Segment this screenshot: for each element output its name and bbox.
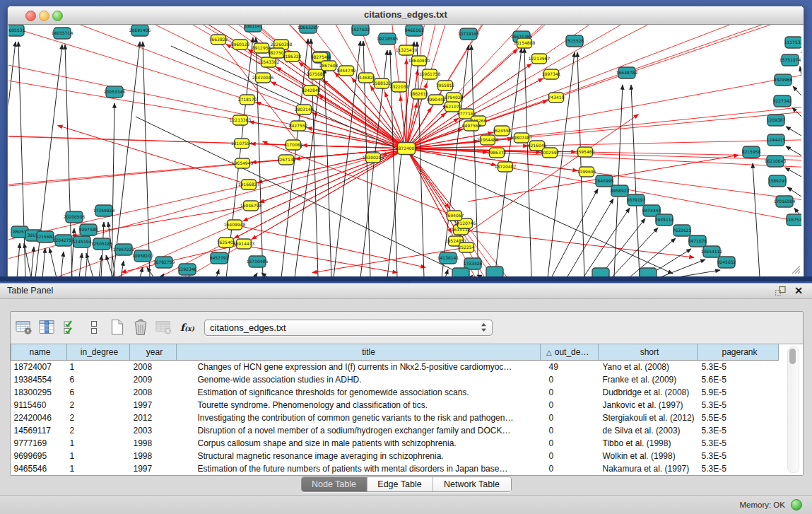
graph-node[interactable]: 18640910 bbox=[408, 56, 430, 66]
graph-node[interactable]: 8322037 bbox=[390, 82, 409, 92]
table-row[interactable]: 977716911998Corpus callosum shape and si… bbox=[11, 437, 779, 450]
function-builder-button[interactable]: f(x) bbox=[178, 318, 196, 337]
table-cell[interactable]: 1998 bbox=[130, 437, 177, 450]
graph-node[interactable]: 3675685 bbox=[307, 69, 326, 79]
graph-node[interactable]: 19166827 bbox=[238, 180, 260, 189]
graph-node[interactable]: 19218586 bbox=[377, 33, 399, 45]
graph-node[interactable]: 6497568 bbox=[462, 121, 481, 131]
table-cell[interactable]: Franke et al. (2009) bbox=[599, 373, 698, 386]
table-cell[interactable]: 5.3E-5 bbox=[698, 424, 779, 437]
table-cell[interactable]: 0 bbox=[541, 462, 599, 475]
table-cell[interactable]: 9115460 bbox=[11, 399, 67, 411]
graph-node[interactable]: 1215682 bbox=[36, 231, 55, 243]
graph-node[interactable]: 1209387 bbox=[767, 115, 786, 126]
table-cell[interactable]: 0 bbox=[541, 373, 599, 386]
table-cell[interactable]: de Silva et al. (2003) bbox=[599, 424, 698, 437]
table-cell[interactable]: 2 bbox=[67, 399, 130, 411]
graph-node[interactable]: 8215958 bbox=[742, 146, 761, 158]
graph-node[interactable]: 16648784 bbox=[616, 67, 638, 78]
graph-node[interactable]: 19654943 bbox=[232, 158, 254, 168]
table-cell[interactable]: 19384554 bbox=[11, 373, 67, 386]
table-cell[interactable]: Investigating the contribution of common… bbox=[177, 411, 541, 424]
table-cell[interactable]: 1 bbox=[67, 361, 130, 374]
table-cell[interactable]: Corpus callosum shape and size in male p… bbox=[177, 437, 541, 450]
table-cell[interactable]: 5.5E-5 bbox=[698, 411, 779, 424]
graph-node[interactable]: 10653287 bbox=[298, 25, 319, 33]
graph-node[interactable]: 8605531 bbox=[8, 25, 25, 36]
float-panel-icon[interactable] bbox=[775, 286, 787, 296]
column-header-pagerank[interactable]: pagerank bbox=[698, 344, 779, 361]
graph-node[interactable]: 7515526 bbox=[565, 35, 584, 47]
graph-node[interactable]: 10807487 bbox=[511, 133, 533, 143]
graph-node[interactable]: 12213967 bbox=[529, 54, 551, 64]
graph-node[interactable]: 18107554 bbox=[231, 139, 253, 148]
column-header-year[interactable]: year bbox=[130, 344, 177, 361]
memory-status-indicator[interactable] bbox=[791, 499, 802, 510]
graph-node[interactable]: 16914473 bbox=[233, 239, 255, 249]
table-cell[interactable]: 0 bbox=[541, 437, 599, 450]
table-cell[interactable]: 9465546 bbox=[11, 462, 67, 475]
table-cell[interactable]: 2008 bbox=[130, 361, 177, 374]
graph-node[interactable]: 2935114 bbox=[655, 214, 674, 226]
graph-node[interactable]: 1589293 bbox=[768, 175, 787, 187]
tab-node-table[interactable]: Node Table bbox=[302, 477, 367, 491]
graph-node[interactable]: 9466161 bbox=[405, 25, 424, 36]
table-settings-button[interactable] bbox=[15, 318, 33, 337]
vertical-scrollbar[interactable] bbox=[787, 346, 799, 473]
graph-node[interactable]: 1595460 bbox=[576, 147, 595, 157]
tab-edge-table[interactable]: Edge Table bbox=[367, 477, 433, 491]
close-panel-icon[interactable]: ✕ bbox=[794, 286, 803, 296]
column-header-title[interactable]: title bbox=[177, 344, 541, 361]
graph-node[interactable]: 14136141 bbox=[437, 252, 459, 264]
table-cell[interactable]: 9699695 bbox=[11, 450, 67, 462]
graph-node[interactable]: 17359928 bbox=[93, 205, 115, 216]
table-row[interactable]: 2242004622012Investigating the contribut… bbox=[11, 411, 779, 424]
graph-node[interactable]: 4170064 bbox=[284, 140, 303, 150]
graph-node[interactable]: 1640995 bbox=[595, 175, 614, 187]
table-cell[interactable]: 18300295 bbox=[11, 386, 67, 399]
graph-node[interactable]: 2083141 bbox=[244, 25, 263, 32]
table-cell[interactable]: Tourette syndrome. Phenomenology and cla… bbox=[177, 399, 541, 411]
table-cell[interactable]: Disruption of a novel member of a sodium… bbox=[177, 424, 541, 437]
graph-node[interactable]: 1527602 bbox=[351, 25, 370, 35]
graph-node[interactable]: 1292346 bbox=[178, 264, 197, 275]
graph-node[interactable] bbox=[486, 267, 503, 276]
graph-node[interactable]: 7955812 bbox=[436, 81, 455, 90]
graph-node[interactable]: 11325419 bbox=[396, 45, 418, 55]
node-table-scrollpane[interactable]: namein_degreeyeartitle△out_de…shortpager… bbox=[11, 344, 803, 475]
table-cell[interactable]: 1998 bbox=[130, 450, 177, 462]
graph-node[interactable]: 16046798 bbox=[240, 201, 262, 211]
table-cell[interactable]: Nakamura et al. (1997) bbox=[599, 462, 698, 475]
graph-node[interactable]: 18724007 bbox=[396, 143, 418, 155]
graph-node[interactable]: 8958923 bbox=[611, 185, 630, 197]
delete-rows-button[interactable] bbox=[131, 318, 150, 337]
graph-node[interactable]: 6794028 bbox=[445, 93, 464, 103]
table-cell[interactable]: 1997 bbox=[130, 399, 177, 411]
table-cell[interactable]: Changes of HCN gene expression and I(f) … bbox=[177, 361, 541, 374]
graph-node[interactable]: 20364486 bbox=[477, 135, 499, 145]
graph-node[interactable]: 7663822 bbox=[209, 35, 228, 45]
graph-node[interactable]: 20691406 bbox=[129, 25, 151, 36]
graph-node[interactable]: 1117533 bbox=[784, 37, 801, 48]
splitter-handle[interactable] bbox=[401, 279, 410, 281]
graph-node[interactable]: 16782759 bbox=[153, 257, 175, 268]
graph-node[interactable]: 6679197 bbox=[627, 194, 646, 206]
graph-node[interactable]: 9397588 bbox=[79, 224, 98, 235]
split-view-button[interactable] bbox=[85, 318, 103, 337]
graph-node[interactable]: 8427552 bbox=[289, 121, 308, 131]
table-cell[interactable]: 22420046 bbox=[11, 411, 67, 424]
column-header-short[interactable]: short bbox=[599, 344, 698, 361]
table-row[interactable]: 1938455462009Genome-wide association stu… bbox=[11, 373, 779, 386]
graph-node[interactable]: 9457791 bbox=[210, 252, 229, 264]
table-cell[interactable]: 0 bbox=[541, 399, 599, 411]
table-cell[interactable]: Yano et al. (2008) bbox=[599, 361, 698, 374]
graph-node[interactable]: 12213363 bbox=[230, 115, 252, 125]
table-cell[interactable]: 5.9E-5 bbox=[698, 386, 779, 399]
graph-node[interactable]: 743419 bbox=[548, 93, 565, 103]
graph-node[interactable]: 14055714 bbox=[52, 28, 73, 39]
table-cell[interactable]: 9777169 bbox=[11, 437, 67, 450]
graph-node[interactable]: 20206506 bbox=[64, 211, 86, 223]
table-cell[interactable]: 2008 bbox=[130, 386, 177, 399]
column-header-out_de[interactable]: △out_de… bbox=[541, 344, 599, 361]
table-cell[interactable]: 2 bbox=[67, 411, 130, 424]
